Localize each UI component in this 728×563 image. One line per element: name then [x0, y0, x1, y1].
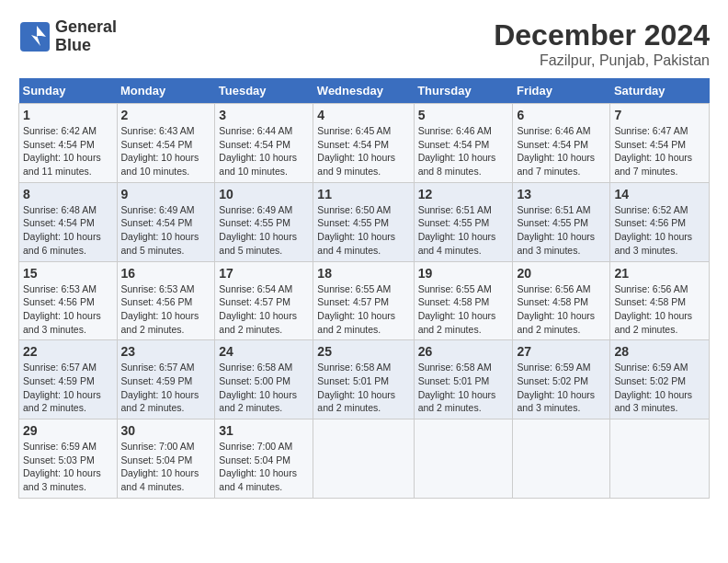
day-info: Sunrise: 6:51 AMSunset: 4:55 PMDaylight:…: [517, 204, 595, 256]
logo-icon: [18, 20, 51, 53]
day-info: Sunrise: 6:55 AMSunset: 4:58 PMDaylight:…: [418, 283, 496, 335]
day-number: 12: [418, 187, 509, 201]
day-number: 11: [317, 187, 409, 201]
day-cell: 22 Sunrise: 6:57 AMSunset: 4:59 PMDaylig…: [19, 340, 118, 419]
day-number: 27: [517, 344, 606, 359]
day-cell: 17 Sunrise: 6:54 AMSunset: 4:57 PMDaylig…: [215, 261, 313, 340]
day-cell: 12 Sunrise: 6:51 AMSunset: 4:55 PMDaylig…: [414, 182, 513, 261]
day-info: Sunrise: 6:48 AMSunset: 4:54 PMDaylight:…: [23, 204, 101, 256]
day-cell: 23 Sunrise: 6:57 AMSunset: 4:59 PMDaylig…: [117, 340, 215, 419]
day-info: Sunrise: 6:49 AMSunset: 4:54 PMDaylight:…: [121, 204, 199, 256]
day-cell: 18 Sunrise: 6:55 AMSunset: 4:57 PMDaylig…: [313, 261, 414, 340]
day-info: Sunrise: 6:55 AMSunset: 4:57 PMDaylight:…: [317, 283, 395, 335]
day-info: Sunrise: 6:50 AMSunset: 4:55 PMDaylight:…: [317, 204, 395, 256]
week-row-5: 29 Sunrise: 6:59 AMSunset: 5:03 PMDaylig…: [19, 419, 710, 499]
day-info: Sunrise: 6:57 AMSunset: 4:59 PMDaylight:…: [23, 362, 101, 413]
day-number: 22: [23, 344, 113, 359]
day-cell: 8 Sunrise: 6:48 AMSunset: 4:54 PMDayligh…: [19, 182, 118, 261]
col-header-wednesday: Wednesday: [313, 78, 414, 104]
day-info: Sunrise: 6:46 AMSunset: 4:54 PMDaylight:…: [418, 125, 496, 177]
calendar-header-row: SundayMondayTuesdayWednesdayThursdayFrid…: [19, 78, 710, 104]
day-info: Sunrise: 6:43 AMSunset: 4:54 PMDaylight:…: [121, 125, 199, 177]
day-info: Sunrise: 6:57 AMSunset: 4:59 PMDaylight:…: [121, 362, 199, 413]
day-info: Sunrise: 6:59 AMSunset: 5:02 PMDaylight:…: [614, 362, 692, 413]
day-info: Sunrise: 6:58 AMSunset: 5:00 PMDaylight:…: [219, 362, 297, 413]
day-number: 30: [121, 423, 211, 438]
day-info: Sunrise: 6:58 AMSunset: 5:01 PMDaylight:…: [418, 362, 496, 413]
day-number: 18: [317, 266, 409, 281]
day-cell: 29 Sunrise: 6:59 AMSunset: 5:03 PMDaylig…: [19, 419, 118, 499]
col-header-saturday: Saturday: [610, 78, 710, 104]
day-number: 6: [517, 108, 606, 122]
page-header: General Blue December 2024 Fazilpur, Pun…: [18, 18, 710, 69]
day-number: 16: [121, 266, 211, 281]
day-cell: 31 Sunrise: 7:00 AMSunset: 5:04 PMDaylig…: [215, 419, 313, 499]
day-cell: 26 Sunrise: 6:58 AMSunset: 5:01 PMDaylig…: [414, 340, 513, 419]
day-number: 17: [219, 266, 309, 281]
day-cell: 7 Sunrise: 6:47 AMSunset: 4:54 PMDayligh…: [610, 104, 710, 183]
day-cell: 10 Sunrise: 6:49 AMSunset: 4:55 PMDaylig…: [215, 182, 313, 261]
logo-line2: Blue: [55, 37, 117, 55]
day-cell: 14 Sunrise: 6:52 AMSunset: 4:56 PMDaylig…: [610, 182, 710, 261]
day-info: Sunrise: 6:53 AMSunset: 4:56 PMDaylight:…: [23, 283, 101, 335]
day-info: Sunrise: 6:46 AMSunset: 4:54 PMDaylight:…: [517, 125, 595, 177]
day-cell: [610, 419, 710, 499]
day-number: 10: [219, 187, 309, 201]
day-number: 21: [614, 266, 705, 281]
day-number: 20: [517, 266, 606, 281]
calendar-table: SundayMondayTuesdayWednesdayThursdayFrid…: [18, 78, 710, 499]
day-info: Sunrise: 6:44 AMSunset: 4:54 PMDaylight:…: [219, 125, 297, 177]
day-number: 26: [418, 344, 509, 359]
day-number: 28: [614, 344, 705, 359]
col-header-friday: Friday: [513, 78, 610, 104]
col-header-monday: Monday: [117, 78, 215, 104]
week-row-2: 8 Sunrise: 6:48 AMSunset: 4:54 PMDayligh…: [19, 182, 710, 261]
col-header-thursday: Thursday: [414, 78, 513, 104]
day-cell: 30 Sunrise: 7:00 AMSunset: 5:04 PMDaylig…: [117, 419, 215, 499]
day-number: 5: [418, 108, 509, 122]
day-info: Sunrise: 6:59 AMSunset: 5:02 PMDaylight:…: [517, 362, 595, 413]
day-cell: [313, 419, 414, 499]
subtitle: Fazilpur, Punjab, Pakistan: [494, 52, 710, 69]
day-info: Sunrise: 6:42 AMSunset: 4:54 PMDaylight:…: [23, 125, 101, 177]
day-cell: 6 Sunrise: 6:46 AMSunset: 4:54 PMDayligh…: [513, 104, 610, 183]
day-cell: 24 Sunrise: 6:58 AMSunset: 5:00 PMDaylig…: [215, 340, 313, 419]
day-info: Sunrise: 6:49 AMSunset: 4:55 PMDaylight:…: [219, 204, 297, 256]
day-cell: 27 Sunrise: 6:59 AMSunset: 5:02 PMDaylig…: [513, 340, 610, 419]
day-cell: 5 Sunrise: 6:46 AMSunset: 4:54 PMDayligh…: [414, 104, 513, 183]
day-cell: 13 Sunrise: 6:51 AMSunset: 4:55 PMDaylig…: [513, 182, 610, 261]
day-cell: 9 Sunrise: 6:49 AMSunset: 4:54 PMDayligh…: [117, 182, 215, 261]
logo-line1: General: [55, 18, 117, 37]
day-number: 29: [23, 423, 113, 438]
day-number: 24: [219, 344, 309, 359]
day-info: Sunrise: 6:58 AMSunset: 5:01 PMDaylight:…: [317, 362, 395, 413]
week-row-3: 15 Sunrise: 6:53 AMSunset: 4:56 PMDaylig…: [19, 261, 710, 340]
day-cell: 20 Sunrise: 6:56 AMSunset: 4:58 PMDaylig…: [513, 261, 610, 340]
day-info: Sunrise: 6:45 AMSunset: 4:54 PMDaylight:…: [317, 125, 395, 177]
day-number: 14: [614, 187, 705, 201]
day-info: Sunrise: 6:59 AMSunset: 5:03 PMDaylight:…: [23, 441, 101, 492]
day-cell: 25 Sunrise: 6:58 AMSunset: 5:01 PMDaylig…: [313, 340, 414, 419]
day-cell: 11 Sunrise: 6:50 AMSunset: 4:55 PMDaylig…: [313, 182, 414, 261]
day-number: 2: [121, 108, 211, 122]
day-number: 23: [121, 344, 211, 359]
day-number: 9: [121, 187, 211, 201]
week-row-1: 1 Sunrise: 6:42 AMSunset: 4:54 PMDayligh…: [19, 104, 710, 183]
day-number: 19: [418, 266, 509, 281]
day-info: Sunrise: 6:51 AMSunset: 4:55 PMDaylight:…: [418, 204, 496, 256]
col-header-tuesday: Tuesday: [215, 78, 313, 104]
day-cell: 15 Sunrise: 6:53 AMSunset: 4:56 PMDaylig…: [19, 261, 118, 340]
day-info: Sunrise: 6:53 AMSunset: 4:56 PMDaylight:…: [121, 283, 199, 335]
day-info: Sunrise: 6:56 AMSunset: 4:58 PMDaylight:…: [517, 283, 595, 335]
day-cell: 1 Sunrise: 6:42 AMSunset: 4:54 PMDayligh…: [19, 104, 118, 183]
day-number: 15: [23, 266, 113, 281]
day-cell: [513, 419, 610, 499]
day-number: 31: [219, 423, 309, 438]
day-cell: [414, 419, 513, 499]
week-row-4: 22 Sunrise: 6:57 AMSunset: 4:59 PMDaylig…: [19, 340, 710, 419]
day-number: 7: [614, 108, 705, 122]
day-cell: 3 Sunrise: 6:44 AMSunset: 4:54 PMDayligh…: [215, 104, 313, 183]
day-cell: 2 Sunrise: 6:43 AMSunset: 4:54 PMDayligh…: [117, 104, 215, 183]
day-info: Sunrise: 6:56 AMSunset: 4:58 PMDaylight:…: [614, 283, 692, 335]
day-cell: 28 Sunrise: 6:59 AMSunset: 5:02 PMDaylig…: [610, 340, 710, 419]
